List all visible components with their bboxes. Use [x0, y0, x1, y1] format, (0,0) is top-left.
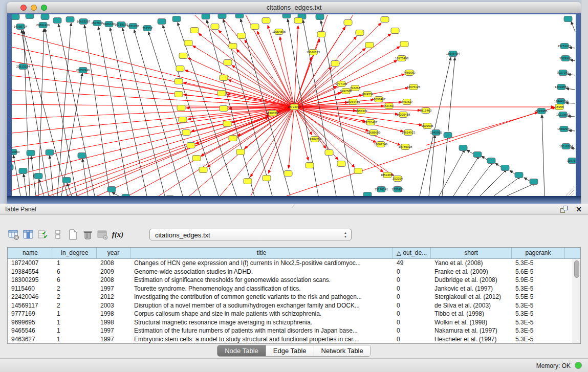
graph-node[interactable] [46, 150, 54, 156]
graph-node[interactable] [172, 16, 181, 22]
graph-node[interactable] [220, 106, 228, 112]
column-header-name[interactable]: name [8, 248, 53, 258]
graph-node[interactable] [182, 130, 190, 136]
graph-node[interactable] [217, 91, 226, 96]
graph-node[interactable] [381, 17, 389, 23]
close-panel-icon[interactable]: ✕ [576, 205, 582, 214]
table-row[interactable]: 1830029562008Estimation of significance … [8, 276, 580, 285]
graph-node[interactable] [53, 18, 61, 24]
graph-node[interactable] [218, 14, 226, 19]
graph-node[interactable] [78, 153, 86, 159]
graph-node[interactable] [229, 43, 237, 49]
graph-node[interactable] [175, 92, 183, 97]
table-row[interactable]: 1938455462009Genome-wide association stu… [8, 268, 580, 276]
graph-node[interactable] [400, 41, 408, 47]
graph-node[interactable] [282, 14, 291, 18]
graph-node[interactable] [177, 105, 185, 111]
graph-node[interactable] [187, 143, 195, 148]
graph-node[interactable] [244, 179, 252, 184]
tab-network-table[interactable]: Network Table [314, 345, 371, 356]
view-resize-grip[interactable] [569, 190, 574, 195]
table-row[interactable]: 946554611997Estimation of the future num… [8, 326, 580, 335]
table-row[interactable]: 946362711997Embryonic stem cells: a mode… [8, 335, 580, 344]
column-header-out_de[interactable]: △ out_de... [393, 248, 431, 258]
graph-node[interactable] [176, 66, 184, 72]
graph-node[interactable] [224, 60, 232, 65]
graph-node[interactable] [229, 136, 237, 141]
graph-node[interactable] [223, 121, 231, 127]
delete-rows-icon[interactable] [81, 228, 95, 242]
table-row[interactable]: 2242004622012Investigating the contribut… [8, 293, 580, 301]
graph-node[interactable] [19, 168, 27, 174]
graph-node[interactable] [220, 75, 228, 81]
tab-node-table[interactable]: Node Table [217, 345, 266, 356]
graph-node[interactable] [294, 18, 302, 24]
graph-node[interactable] [184, 40, 192, 46]
float-panel-icon[interactable] [560, 206, 568, 213]
function-builder-icon[interactable]: f(x) [111, 228, 124, 242]
graph-node[interactable] [515, 172, 523, 178]
delete-table-icon[interactable]: ✕ [96, 228, 110, 242]
graph-node[interactable] [179, 117, 187, 123]
graph-node[interactable] [34, 173, 42, 179]
graph-node[interactable] [179, 53, 187, 59]
column-header-short[interactable]: short [431, 248, 512, 258]
graph-node[interactable] [107, 187, 116, 192]
table-row[interactable]: 969969511998Structural magnetic resonanc… [8, 318, 580, 327]
graph-node[interactable] [41, 14, 49, 20]
select-rows-icon[interactable]: ✔✔ [37, 228, 50, 242]
graph-node[interactable] [487, 158, 495, 164]
graph-node[interactable] [199, 167, 207, 173]
graph-node[interactable] [473, 152, 482, 158]
view-resize-grip[interactable] [571, 192, 574, 195]
graph-node[interactable] [365, 42, 374, 48]
graph-node[interactable] [331, 61, 339, 67]
graph-node[interactable] [391, 28, 399, 34]
graph-node[interactable] [237, 33, 246, 39]
graph-node[interactable] [317, 32, 325, 37]
graph-node[interactable] [356, 30, 364, 36]
graph-node[interactable] [158, 19, 166, 25]
graph-node[interactable] [251, 24, 259, 30]
table-row[interactable]: 911546021997Tourette syndrome. Phenomeno… [8, 285, 580, 293]
graph-node[interactable] [192, 156, 201, 161]
column-header-year[interactable]: year [97, 248, 130, 258]
graph-node[interactable] [530, 179, 538, 185]
column-header-title[interactable]: title [130, 248, 393, 258]
graph-node[interactable] [354, 168, 362, 174]
graph-node[interactable] [202, 14, 210, 19]
panel-resize-grip[interactable]: ⟋ [292, 204, 295, 209]
graph-node[interactable] [175, 79, 183, 84]
graph-node[interactable] [263, 176, 271, 181]
graph-node[interactable] [27, 150, 35, 156]
graph-node[interactable] [564, 16, 572, 22]
table-row[interactable]: 1456911722003Disruption of a novel membe… [8, 301, 580, 310]
show-columns-icon[interactable] [22, 228, 35, 242]
table-scrollbar-thumb[interactable] [574, 260, 579, 278]
graph-node[interactable] [12, 14, 19, 20]
column-header-in_degree[interactable]: in_degree [53, 248, 97, 258]
graph-node[interactable] [190, 28, 199, 33]
graph-node[interactable] [12, 165, 13, 170]
graph-node[interactable] [235, 14, 244, 18]
graph-node[interactable] [501, 165, 509, 171]
graph-node[interactable] [66, 17, 74, 23]
network-canvas[interactable]: 1405572420891406106532871527602846616010… [12, 14, 576, 196]
graph-node[interactable] [363, 192, 372, 196]
window-titlebar[interactable]: citations_edges.txt [7, 2, 581, 13]
table-row[interactable]: 1872400712008Changes of HCN gene express… [8, 259, 580, 268]
graph-node[interactable] [211, 24, 219, 30]
graph-node[interactable] [337, 161, 345, 167]
table-scrollbar[interactable] [573, 259, 580, 343]
table-settings-icon[interactable] [7, 228, 20, 242]
column-header-pagerank[interactable]: pagerank [512, 248, 565, 258]
graph-node[interactable] [236, 149, 245, 155]
graph-node[interactable] [262, 18, 270, 24]
table-selector[interactable]: citations_edges.txt ▲▼ [149, 229, 352, 240]
new-table-icon[interactable] [67, 228, 80, 242]
graph-node[interactable] [316, 14, 324, 20]
row-height-icon[interactable] [52, 228, 65, 242]
graph-node[interactable] [284, 171, 292, 177]
graph-node[interactable] [344, 20, 352, 26]
graph-node[interactable] [26, 14, 34, 19]
